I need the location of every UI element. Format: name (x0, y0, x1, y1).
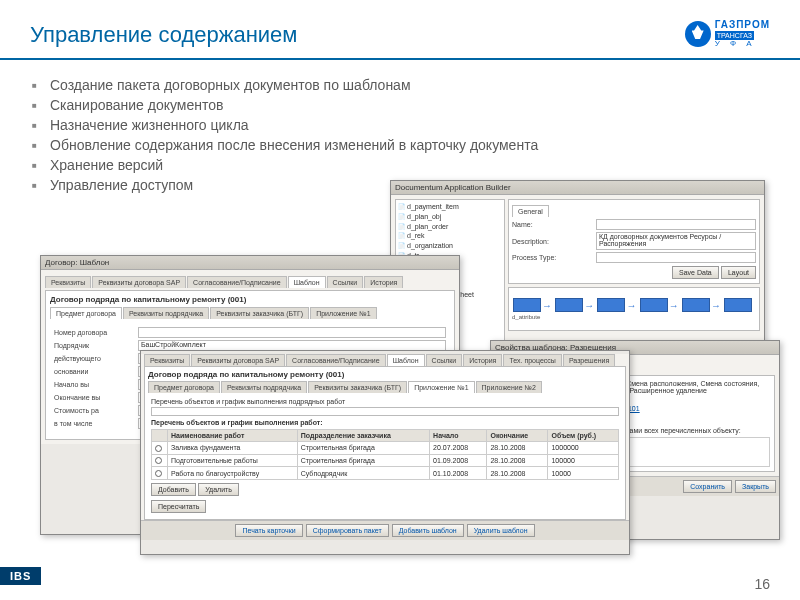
tab[interactable]: Шаблон (387, 354, 425, 366)
bullet-item: Хранение версий (50, 155, 770, 175)
col: Начало (430, 430, 487, 442)
col: Наименование работ (168, 430, 298, 442)
flow-canvas[interactable]: → → → → → d_attribute (508, 287, 760, 331)
tab[interactable]: Ссылки (426, 354, 463, 366)
tree-item[interactable]: d_payment_item (398, 202, 502, 212)
delete-button[interactable]: Удалить (198, 483, 239, 496)
input-name[interactable] (596, 219, 756, 230)
input[interactable] (138, 327, 446, 338)
tab[interactable]: Согласование/Подписание (286, 354, 386, 366)
col: Окончание (487, 430, 548, 442)
col: Объем (руб.) (548, 430, 619, 442)
subtab[interactable]: Предмет договора (50, 307, 122, 319)
tab[interactable]: Тех. процессы (503, 354, 561, 366)
section-heading: Договор подряда по капитальному ремонту … (148, 370, 622, 379)
logo-main: ГАЗПРОМ (715, 20, 770, 30)
bullet-item: Сканирование документов (50, 95, 770, 115)
subtab[interactable]: Реквизиты заказчика (БТГ) (308, 381, 407, 393)
generate-button[interactable]: Сформировать пакет (306, 524, 389, 537)
ibs-badge: IBS (0, 567, 41, 585)
arrow-icon: → (542, 300, 552, 311)
tab[interactable]: Реквизиты (45, 276, 91, 288)
flow-node[interactable] (597, 298, 625, 312)
logo: ГАЗПРОМ ТРАНСГАЗ У Ф А (685, 20, 770, 48)
tab[interactable]: История (364, 276, 403, 288)
works-table: Наименование работ Подразделение заказчи… (151, 429, 619, 480)
print-button[interactable]: Печать карточки (235, 524, 302, 537)
tab[interactable]: Согласование/Подписание (187, 276, 287, 288)
subtab[interactable]: Приложение №1 (408, 381, 474, 393)
section-heading: Договор подряда по капитальному ремонту … (50, 295, 450, 304)
tree-item[interactable]: d_plan_obj (398, 212, 502, 222)
bullet-item: Назначение жизненного цикла (50, 115, 770, 135)
tab[interactable]: Шаблон (288, 276, 326, 288)
subtab[interactable]: Предмет договора (148, 381, 220, 393)
arrow-icon: → (584, 300, 594, 311)
save-button[interactable]: Сохранить (683, 480, 732, 493)
delete-template-button[interactable]: Удалить шаблон (467, 524, 535, 537)
add-template-button[interactable]: Добавить шаблон (392, 524, 464, 537)
input-desc[interactable]: КД договорных документов Ресурсы / Распо… (596, 232, 756, 250)
properties-panel: General Name: Description:КД договорных … (508, 199, 760, 284)
label: действующего (54, 355, 134, 362)
tree-item[interactable]: d_organization (398, 241, 502, 251)
radio-icon[interactable] (155, 457, 162, 464)
bullet-item: Создание пакета договорных документов по… (50, 75, 770, 95)
flow-node[interactable] (513, 298, 541, 312)
subtab[interactable]: Приложение №1 (310, 307, 376, 319)
label: Стоимость ра (54, 407, 134, 414)
layout-button[interactable]: Layout (721, 266, 756, 279)
bullet-item: Обновление содержания после внесения изм… (50, 135, 770, 155)
arrow-icon: → (711, 300, 721, 311)
window-attachment: Реквизиты Реквизиты договора SAP Согласо… (140, 350, 630, 555)
radio-icon[interactable] (155, 470, 162, 477)
tab[interactable]: Реквизиты (144, 354, 190, 366)
tab[interactable]: Разрешения (563, 354, 615, 366)
window-titlebar[interactable]: Documentum Application Builder (391, 181, 764, 195)
col: Подразделение заказчика (297, 430, 429, 442)
page-title: Управление содержанием (30, 22, 297, 48)
window-titlebar[interactable]: Договор: Шаблон (41, 256, 459, 270)
subtab[interactable]: Приложение №2 (476, 381, 542, 393)
table-title: Перечень объектов и график выполнения ра… (151, 419, 619, 426)
subtab[interactable]: Реквизиты подрядчика (221, 381, 307, 393)
tab-general[interactable]: General (512, 205, 549, 217)
table-header-row: Наименование работ Подразделение заказчи… (152, 430, 619, 442)
label: Окончание вы (54, 394, 134, 401)
flow-node[interactable] (640, 298, 668, 312)
tab[interactable]: История (463, 354, 502, 366)
label: основании (54, 368, 134, 375)
add-button[interactable]: Добавить (151, 483, 196, 496)
input-proc[interactable] (596, 252, 756, 263)
flow-label: d_attribute (512, 314, 756, 320)
desc: Перечень объектов и график выполнения по… (151, 398, 619, 405)
tab[interactable]: Реквизиты договора SAP (92, 276, 186, 288)
label-name: Name: (512, 221, 592, 228)
close-button[interactable]: Закрыть (735, 480, 776, 493)
label: Номер договора (54, 329, 134, 336)
table-row[interactable]: Заливка фундаментаСтроительная бригада20… (152, 442, 619, 455)
label: Подрядчик (54, 342, 134, 349)
label: в том числе (54, 420, 134, 427)
radio-icon[interactable] (155, 445, 162, 452)
table-row[interactable]: Подготовительные работыСтроительная бриг… (152, 454, 619, 467)
arrow-icon: → (626, 300, 636, 311)
flow-node[interactable] (724, 298, 752, 312)
tab[interactable]: Ссылки (327, 276, 364, 288)
subtab[interactable]: Реквизиты подрядчика (123, 307, 209, 319)
save-data-button[interactable]: Save Data (672, 266, 719, 279)
gazprom-flame-icon (685, 21, 711, 47)
page-number: 16 (754, 576, 770, 592)
tree-item[interactable]: d_rek (398, 231, 502, 241)
subtab[interactable]: Реквизиты заказчика (БТГ) (210, 307, 309, 319)
label-proc: Process Type: (512, 254, 592, 261)
table-row[interactable]: Работа по благоустройствуСубподрядчик01.… (152, 467, 619, 480)
recalc-button[interactable]: Пересчитать (151, 500, 206, 513)
logo-city: У Ф А (715, 40, 770, 48)
tab[interactable]: Реквизиты договора SAP (191, 354, 285, 366)
tree-item[interactable]: d_plan_order (398, 222, 502, 232)
label-desc: Description: (512, 238, 592, 245)
flow-node[interactable] (555, 298, 583, 312)
input[interactable] (151, 407, 619, 416)
flow-node[interactable] (682, 298, 710, 312)
